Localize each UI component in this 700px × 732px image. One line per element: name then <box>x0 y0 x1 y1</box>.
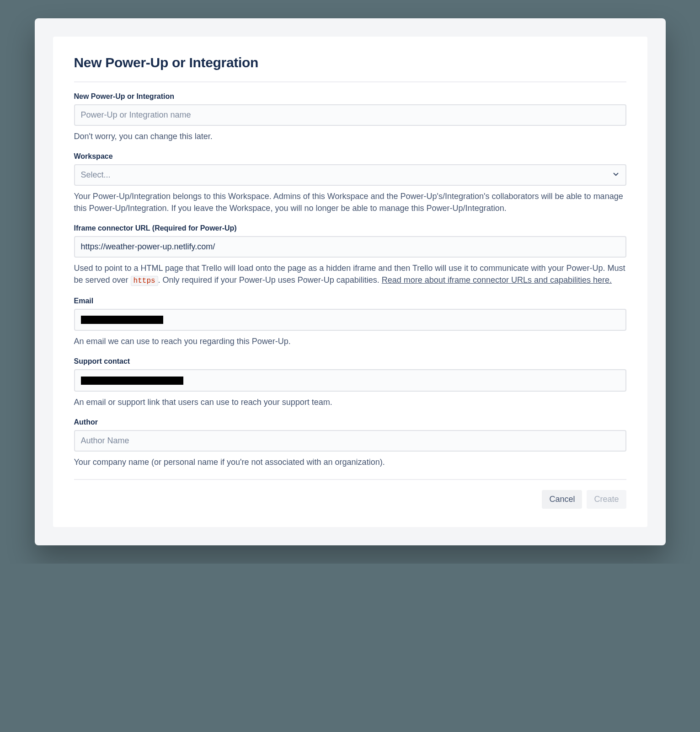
iframe-input[interactable] <box>74 236 626 258</box>
cancel-button[interactable]: Cancel <box>542 490 582 509</box>
outer-panel: New Power-Up or Integration New Power-Up… <box>35 18 666 545</box>
footer-divider <box>74 479 626 480</box>
workspace-label: Workspace <box>74 152 626 161</box>
author-input[interactable] <box>74 430 626 452</box>
https-code: https <box>131 276 158 286</box>
iframe-help-link[interactable]: Read more about iframe connector URLs an… <box>382 275 612 285</box>
name-help: Don't worry, you can change this later. <box>74 130 626 142</box>
iframe-help-after: . Only required if your Power-Up uses Po… <box>158 275 382 285</box>
field-iframe: Iframe connector URL (Required for Power… <box>74 224 626 286</box>
header-divider <box>74 81 626 82</box>
page-title: New Power-Up or Integration <box>74 55 626 70</box>
email-help: An email we can use to reach you regardi… <box>74 335 626 347</box>
workspace-help: Your Power-Up/Integration belongs to thi… <box>74 190 626 214</box>
field-workspace: Workspace Select... Your Power-Up/Integr… <box>74 152 626 214</box>
iframe-label: Iframe connector URL (Required for Power… <box>74 224 626 232</box>
support-input[interactable] <box>74 369 626 392</box>
author-label: Author <box>74 418 626 426</box>
iframe-help: Used to point to a HTML page that Trello… <box>74 262 626 286</box>
support-redacted <box>81 377 183 385</box>
workspace-select[interactable]: Select... <box>74 164 626 186</box>
email-input[interactable] <box>74 309 626 331</box>
field-author: Author Your company name (or personal na… <box>74 418 626 468</box>
name-input[interactable] <box>74 104 626 126</box>
field-name: New Power-Up or Integration Don't worry,… <box>74 92 626 142</box>
workspace-select-wrapper: Select... <box>74 164 626 186</box>
email-label: Email <box>74 297 626 305</box>
support-help: An email or support link that users can … <box>74 396 626 408</box>
footer-actions: Cancel Create <box>74 490 626 509</box>
create-button[interactable]: Create <box>587 490 626 509</box>
email-redacted <box>81 316 163 324</box>
name-label: New Power-Up or Integration <box>74 92 626 101</box>
field-support: Support contact An email or support link… <box>74 357 626 408</box>
author-help: Your company name (or personal name if y… <box>74 456 626 468</box>
support-label: Support contact <box>74 357 626 366</box>
form-panel: New Power-Up or Integration New Power-Up… <box>53 37 647 527</box>
field-email: Email An email we can use to reach you r… <box>74 297 626 348</box>
